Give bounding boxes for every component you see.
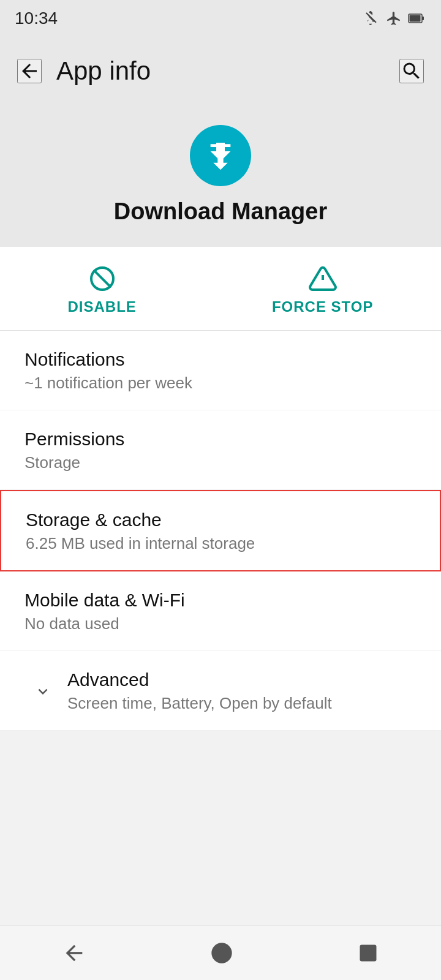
advanced-chevron (24, 682, 61, 701)
notifications-title: Notifications (24, 349, 417, 370)
battery-icon (408, 10, 426, 26)
advanced-subtitle: Screen time, Battery, Open by default (67, 694, 417, 713)
advanced-title: Advanced (67, 669, 417, 690)
permissions-title: Permissions (24, 429, 417, 450)
app-name: Download Manager (114, 198, 327, 225)
storage-cache-subtitle: 6.25 MB used in internal storage (26, 534, 415, 553)
mobile-data-subtitle: No data used (24, 614, 417, 633)
page-title: App info (56, 56, 151, 86)
force-stop-icon (308, 264, 337, 293)
notifications-subtitle: ~1 notification per week (24, 374, 417, 393)
app-bar: App info (0, 37, 441, 105)
advanced-item[interactable]: Advanced Screen time, Battery, Open by d… (0, 651, 441, 731)
force-stop-button[interactable]: FORCE STOP (247, 264, 398, 315)
svg-rect-8 (360, 944, 377, 961)
status-bar: 10:34 (0, 0, 441, 37)
airplane-icon (386, 10, 402, 26)
disable-label: DISABLE (68, 298, 137, 315)
recents-nav-button[interactable] (357, 942, 379, 964)
permissions-item[interactable]: Permissions Storage (0, 410, 441, 490)
search-button[interactable] (399, 59, 424, 83)
permissions-subtitle: Storage (24, 453, 417, 472)
home-nav-button[interactable] (209, 941, 234, 965)
force-stop-label: FORCE STOP (272, 298, 374, 315)
disable-button[interactable]: DISABLE (43, 264, 161, 315)
mobile-data-item[interactable]: Mobile data & Wi-Fi No data used (0, 571, 441, 651)
svg-line-4 (94, 270, 111, 287)
app-icon (190, 125, 251, 186)
svg-point-7 (211, 943, 232, 963)
mobile-data-title: Mobile data & Wi-Fi (24, 590, 417, 611)
settings-list: Notifications ~1 notification per week P… (0, 331, 441, 731)
back-button[interactable] (17, 59, 42, 83)
bottom-nav (0, 925, 441, 980)
storage-cache-item[interactable]: Storage & cache 6.25 MB used in internal… (0, 490, 441, 571)
storage-cache-title: Storage & cache (26, 510, 415, 530)
mute-icon (364, 10, 380, 26)
svg-rect-2 (410, 15, 421, 22)
notifications-item[interactable]: Notifications ~1 notification per week (0, 331, 441, 410)
status-time: 10:34 (15, 9, 58, 28)
disable-icon (88, 264, 117, 293)
status-icons (364, 10, 426, 26)
svg-rect-1 (422, 17, 424, 20)
advanced-content: Advanced Screen time, Battery, Open by d… (61, 669, 417, 713)
back-nav-button[interactable] (62, 941, 86, 965)
action-buttons-section: DISABLE FORCE STOP (0, 247, 441, 331)
app-header: Download Manager (0, 105, 441, 247)
